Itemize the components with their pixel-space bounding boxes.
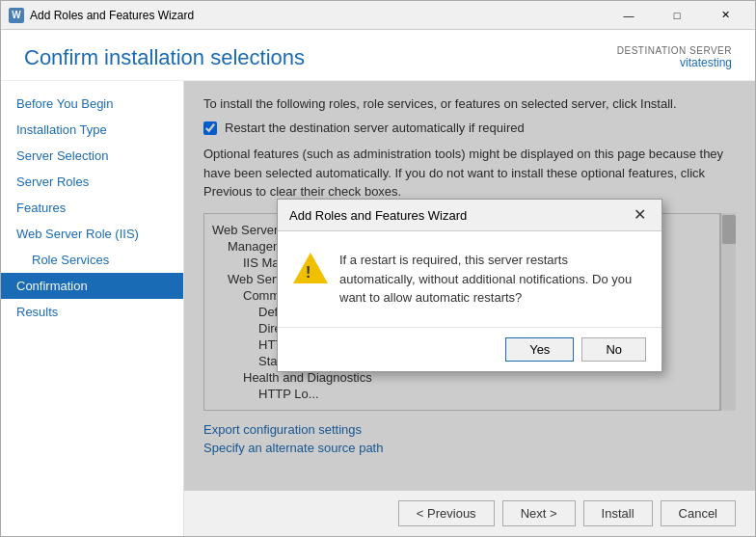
confirmation-dialog: Add Roles and Features Wizard ✕ If a res… bbox=[277, 199, 662, 372]
dialog-yes-button[interactable]: Yes bbox=[505, 337, 574, 362]
title-bar: W Add Roles and Features Wizard — □ ✕ bbox=[1, 1, 755, 30]
destination-server-info: DESTINATION SERVER vitatesting bbox=[617, 45, 732, 69]
content-area: To install the following roles, role ser… bbox=[184, 81, 755, 536]
dialog-message: If a restart is required, this server re… bbox=[339, 251, 646, 308]
dialog-body: If a restart is required, this server re… bbox=[278, 231, 662, 327]
dialog-no-button[interactable]: No bbox=[581, 337, 646, 362]
install-button[interactable]: Install bbox=[583, 500, 653, 526]
sidebar-item-features[interactable]: Features bbox=[1, 195, 183, 221]
app-icon: W bbox=[9, 8, 24, 23]
dialog-title-bar: Add Roles and Features Wizard ✕ bbox=[278, 200, 662, 231]
main-content: Before You Begin Installation Type Serve… bbox=[1, 81, 755, 536]
cancel-button[interactable]: Cancel bbox=[661, 500, 736, 526]
footer: < Previous Next > Install Cancel bbox=[184, 490, 755, 536]
window-title: Add Roles and Features Wizard bbox=[30, 9, 607, 22]
content-body: To install the following roles, role ser… bbox=[184, 81, 755, 490]
sidebar: Before You Begin Installation Type Serve… bbox=[1, 81, 184, 536]
sidebar-item-server-selection[interactable]: Server Selection bbox=[1, 143, 183, 169]
window-controls: — □ ✕ bbox=[607, 6, 747, 25]
minimize-button[interactable]: — bbox=[607, 6, 651, 25]
dialog-title: Add Roles and Features Wizard bbox=[289, 208, 467, 223]
sidebar-item-before-you-begin[interactable]: Before You Begin bbox=[1, 91, 183, 117]
sidebar-item-confirmation[interactable]: Confirmation bbox=[1, 273, 183, 299]
dialog-close-button[interactable]: ✕ bbox=[630, 207, 650, 223]
sidebar-item-role-services[interactable]: Role Services bbox=[1, 247, 183, 273]
next-button[interactable]: Next > bbox=[502, 500, 576, 526]
page-title: Confirm installation selections bbox=[24, 45, 305, 70]
header: Confirm installation selections DESTINAT… bbox=[1, 30, 755, 81]
warning-icon bbox=[293, 251, 324, 282]
sidebar-item-web-server-role[interactable]: Web Server Role (IIS) bbox=[1, 221, 183, 247]
dialog-overlay: Add Roles and Features Wizard ✕ If a res… bbox=[184, 81, 755, 490]
dialog-footer: Yes No bbox=[278, 327, 662, 371]
maximize-button[interactable]: □ bbox=[655, 6, 699, 25]
server-name: vitatesting bbox=[617, 56, 732, 69]
destination-label: DESTINATION SERVER bbox=[617, 45, 732, 56]
sidebar-item-installation-type[interactable]: Installation Type bbox=[1, 117, 183, 143]
main-window: W Add Roles and Features Wizard — □ ✕ Co… bbox=[0, 0, 756, 537]
sidebar-item-server-roles[interactable]: Server Roles bbox=[1, 169, 183, 195]
previous-button[interactable]: < Previous bbox=[398, 500, 495, 526]
sidebar-item-results[interactable]: Results bbox=[1, 299, 183, 325]
close-button[interactable]: ✕ bbox=[703, 6, 747, 25]
